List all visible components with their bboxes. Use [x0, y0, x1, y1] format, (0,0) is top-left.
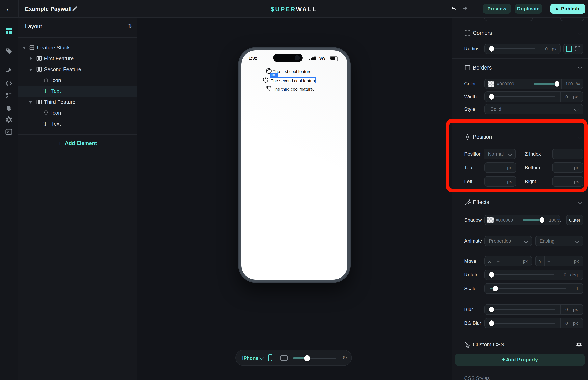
border-style-dropdown[interactable]: Solid — [484, 104, 583, 114]
move-x-input[interactable]: X – px — [484, 256, 532, 266]
tag-icon[interactable] — [5, 48, 13, 55]
width-slider-knob[interactable] — [489, 94, 494, 99]
rotate-slider[interactable] — [490, 274, 554, 275]
chevron-down-icon[interactable] — [578, 200, 582, 204]
borders-section-header[interactable]: Borders — [452, 62, 588, 73]
blur-slider[interactable] — [490, 309, 555, 310]
redo-icon[interactable] — [462, 6, 468, 12]
portrait-icon[interactable] — [268, 354, 272, 361]
per-corner-radius-button[interactable] — [574, 46, 581, 52]
blur-slider-knob[interactable] — [489, 307, 494, 312]
refresh-icon[interactable]: ↻ — [342, 354, 347, 361]
animate-properties-dropdown[interactable]: Properties — [484, 236, 532, 246]
opacity-slider-fill — [534, 83, 558, 85]
tree-row-third-feature[interactable]: Third Feature — [18, 96, 137, 107]
columns-icon — [36, 56, 42, 61]
logo-prefix: $UPER — [271, 6, 296, 13]
radius-control: 0 px — [484, 43, 561, 54]
publish-button[interactable]: ▶ Publish — [550, 4, 585, 14]
opacity-slider-knob[interactable] — [554, 81, 559, 87]
feature-text-3[interactable]: The third cool feature. — [273, 86, 314, 91]
width-slider[interactable] — [490, 96, 555, 97]
top-bar: ← Example Paywall $UPERWALL Preview Dupl… — [0, 0, 588, 18]
add-property-button[interactable]: + Add Property — [455, 354, 585, 366]
dynamic-island — [273, 54, 303, 62]
move-y-input[interactable]: Y – px — [535, 256, 583, 266]
tree-row-text-selected[interactable]: T Text — [18, 86, 137, 96]
shadow-mode-button[interactable]: Outer — [566, 215, 583, 225]
logo-suffix: WALL — [296, 6, 317, 13]
phone-screen[interactable]: 1:32 SW The first cool feature. — [241, 50, 347, 280]
animate-easing-dropdown[interactable]: Easing — [535, 236, 583, 246]
blur-control: 0 px — [484, 304, 583, 315]
preview-button[interactable]: Preview — [483, 4, 511, 14]
color-hex-input[interactable]: #000000 — [497, 81, 514, 86]
caret-down-icon[interactable] — [22, 47, 26, 49]
left-icon-rail — [0, 18, 18, 380]
superwall-editor: ← Example Paywall $UPERWALL Preview Dupl… — [0, 0, 588, 380]
radius-slider[interactable] — [490, 48, 535, 49]
caret-right-icon[interactable] — [30, 57, 32, 60]
scale-slider[interactable] — [490, 288, 566, 289]
tree-row-icon[interactable]: Icon — [18, 107, 137, 118]
radius-slider-knob[interactable] — [489, 46, 494, 52]
trophy-icon[interactable] — [266, 85, 272, 92]
annotation-red-box — [446, 119, 588, 192]
rotate-slider-knob[interactable] — [489, 272, 494, 278]
caret-down-icon[interactable] — [29, 68, 32, 71]
scale-control: 1 — [484, 283, 583, 294]
chevron-down-icon[interactable] — [259, 356, 264, 360]
tree-row-icon[interactable]: Icon — [18, 75, 137, 86]
section-divider — [452, 58, 588, 59]
gear-icon[interactable] — [5, 116, 13, 123]
caret-down-icon[interactable] — [29, 101, 32, 103]
selection-box[interactable]: The second cool feature. — [270, 77, 316, 83]
device-selector[interactable]: iPhone — [242, 355, 258, 361]
move-row: Move X – px Y – px — [452, 256, 588, 266]
border-width-control: 0 px — [484, 92, 583, 102]
bell-icon[interactable] — [5, 105, 13, 112]
uniform-radius-button[interactable] — [566, 46, 572, 52]
cursor-icon — [464, 341, 471, 348]
duplicate-button[interactable]: Duplicate — [515, 4, 542, 14]
magic-wand-icon — [464, 199, 471, 206]
effects-section-header[interactable]: Effects — [452, 197, 588, 208]
tree-row-second-feature[interactable]: Second Feature — [18, 64, 137, 75]
shadow-opacity-knob[interactable] — [540, 217, 545, 223]
terminal-icon[interactable] — [5, 128, 13, 135]
animate-row: Animate Properties Easing — [452, 236, 588, 246]
css-settings-gear-icon[interactable] — [576, 341, 582, 347]
chevron-down-icon[interactable] — [578, 30, 582, 35]
apple-icon[interactable] — [262, 76, 269, 83]
chevron-down-icon — [524, 239, 528, 243]
border-color-row: Color #000000 100 % — [452, 78, 588, 89]
paint-brush-icon[interactable] — [5, 67, 13, 74]
undo-icon[interactable] — [450, 6, 457, 12]
layout-grid-icon[interactable] — [5, 27, 13, 35]
tree-row-feature-stack[interactable]: Feature Stack — [18, 42, 137, 53]
add-element-button[interactable]: + Add Element — [18, 137, 137, 149]
shadow-hex-input[interactable]: #000000 — [496, 218, 513, 222]
tree-row-text[interactable]: T Text — [18, 118, 137, 129]
sort-icon[interactable]: ⇅ — [128, 23, 132, 29]
feature-text-1[interactable]: The first cool feature. — [273, 69, 313, 74]
scale-slider-knob[interactable] — [493, 286, 498, 291]
code-icon[interactable] — [5, 80, 13, 87]
bg-blur-slider[interactable] — [490, 323, 555, 324]
corners-section-header[interactable]: Corners — [452, 27, 588, 39]
rotate-row: Rotate 0 deg — [452, 270, 588, 280]
chevron-down-icon[interactable] — [578, 65, 582, 70]
feature-text-2[interactable]: The second cool feature. — [271, 78, 317, 83]
zoom-slider-knob[interactable] — [304, 355, 310, 361]
tree-row-first-feature[interactable]: First Feature — [18, 53, 137, 64]
bg-blur-slider-knob[interactable] — [489, 320, 494, 326]
border-color-control: #000000 100 % — [484, 78, 583, 89]
custom-css-section-header[interactable]: Custom CSS — [452, 339, 588, 350]
columns-icon — [36, 66, 42, 72]
checklist-icon[interactable] — [5, 92, 13, 99]
color-swatch[interactable] — [488, 81, 494, 87]
trophy-icon — [43, 110, 49, 116]
landscape-icon[interactable] — [280, 355, 288, 361]
panel-divider — [18, 374, 137, 374]
corners-icon — [464, 30, 471, 36]
